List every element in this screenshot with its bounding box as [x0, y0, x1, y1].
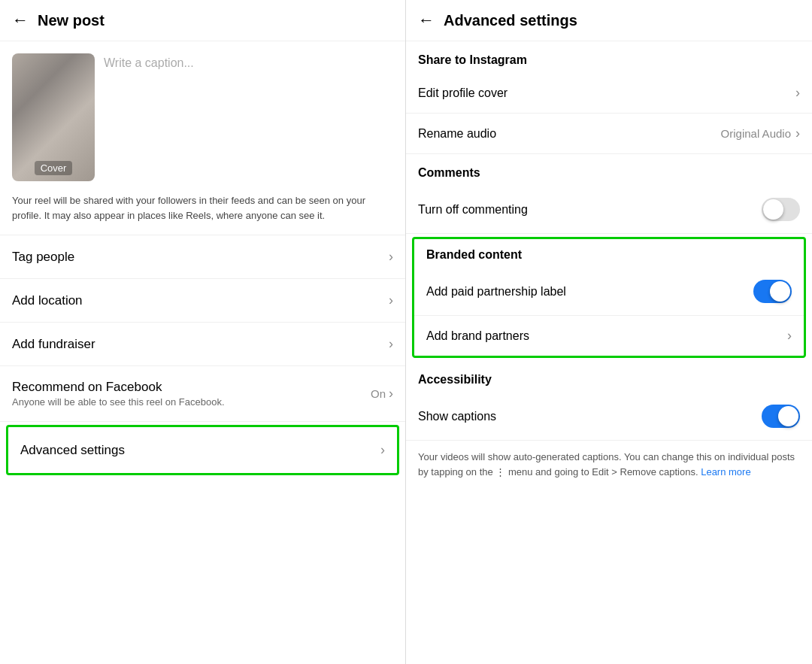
recommend-facebook-chevron: › — [389, 386, 393, 402]
rename-audio-label: Rename audio — [418, 127, 496, 141]
caption-input[interactable]: Write a caption... — [104, 53, 393, 70]
tag-people-chevron: › — [389, 249, 393, 265]
add-brand-partners-chevron: › — [787, 328, 792, 344]
rename-audio-value: Original Audio — [721, 127, 791, 140]
left-panel: ← New post Cover Write a caption... Your… — [0, 0, 406, 664]
right-panel: ← Advanced settings Share to Instagram E… — [406, 0, 812, 664]
left-header: ← New post — [0, 0, 405, 41]
cover-thumbnail[interactable]: Cover — [12, 53, 95, 181]
comments-section-title: Comments — [406, 154, 812, 186]
accessibility-note: Your videos will show auto-generated cap… — [406, 441, 812, 488]
cover-label: Cover — [35, 161, 73, 175]
add-paid-partnership-knob — [770, 281, 790, 302]
edit-profile-cover-chevron: › — [795, 85, 800, 101]
add-brand-partners-item[interactable]: Add brand partners › — [414, 316, 804, 356]
edit-profile-cover-item[interactable]: Edit profile cover › — [406, 73, 812, 114]
right-panel-title: Advanced settings — [444, 12, 577, 29]
rename-audio-item[interactable]: Rename audio Original Audio › — [406, 114, 812, 154]
post-composer: Cover Write a caption... — [0, 41, 405, 193]
share-section-title: Share to Instagram — [406, 41, 812, 73]
rename-audio-right: Original Audio › — [721, 126, 800, 141]
recommend-facebook-value: On — [371, 387, 386, 400]
turn-off-commenting-label: Turn off commenting — [418, 203, 528, 217]
add-location-item[interactable]: Add location › — [0, 279, 405, 323]
add-paid-partnership-toggle[interactable] — [753, 280, 792, 303]
recommend-facebook-right: On › — [371, 386, 393, 402]
advanced-settings-item[interactable]: Advanced settings › — [8, 427, 397, 473]
learn-more-link[interactable]: Learn more — [701, 466, 750, 478]
right-back-button[interactable]: ← — [418, 11, 435, 30]
add-fundraiser-item[interactable]: Add fundraiser › — [0, 323, 405, 366]
add-fundraiser-label: Add fundraiser — [12, 337, 95, 352]
rename-audio-chevron: › — [795, 126, 800, 141]
accessibility-section-title: Accessibility — [406, 361, 812, 393]
edit-profile-cover-right: › — [795, 85, 800, 101]
show-captions-knob — [778, 406, 798, 426]
recommend-facebook-label: Recommend on Facebook — [12, 380, 225, 395]
add-fundraiser-chevron: › — [389, 336, 393, 352]
add-paid-partnership-item[interactable]: Add paid partnership label — [414, 268, 804, 316]
edit-profile-cover-label: Edit profile cover — [418, 86, 508, 100]
show-captions-label: Show captions — [418, 410, 496, 423]
add-brand-partners-label: Add brand partners — [426, 329, 529, 343]
turn-off-commenting-item[interactable]: Turn off commenting — [406, 186, 812, 234]
recommend-facebook-left: Recommend on Facebook Anyone will be abl… — [12, 380, 225, 408]
right-header: ← Advanced settings — [406, 0, 812, 41]
advanced-settings-chevron: › — [380, 442, 385, 458]
tag-people-label: Tag people — [12, 250, 74, 265]
description-text: Your reel will be shared with your follo… — [0, 193, 405, 235]
left-panel-title: New post — [38, 12, 105, 29]
tag-people-item[interactable]: Tag people › — [0, 235, 405, 279]
add-location-label: Add location — [12, 293, 83, 308]
turn-off-commenting-knob — [763, 199, 783, 220]
advanced-settings-label: Advanced settings — [20, 443, 125, 458]
add-location-chevron: › — [389, 293, 393, 308]
show-captions-toggle[interactable] — [762, 405, 800, 428]
branded-content-box: Branded content Add paid partnership lab… — [412, 237, 806, 358]
show-captions-item[interactable]: Show captions — [406, 393, 812, 441]
recommend-facebook-item[interactable]: Recommend on Facebook Anyone will be abl… — [0, 366, 405, 422]
turn-off-commenting-toggle[interactable] — [762, 198, 800, 221]
advanced-settings-box: Advanced settings › — [6, 425, 399, 475]
branded-section-title: Branded content — [414, 239, 804, 268]
add-brand-partners-right: › — [787, 328, 792, 344]
add-paid-partnership-label: Add paid partnership label — [426, 285, 566, 299]
recommend-facebook-sublabel: Anyone will be able to see this reel on … — [12, 396, 225, 408]
left-back-button[interactable]: ← — [12, 11, 29, 30]
